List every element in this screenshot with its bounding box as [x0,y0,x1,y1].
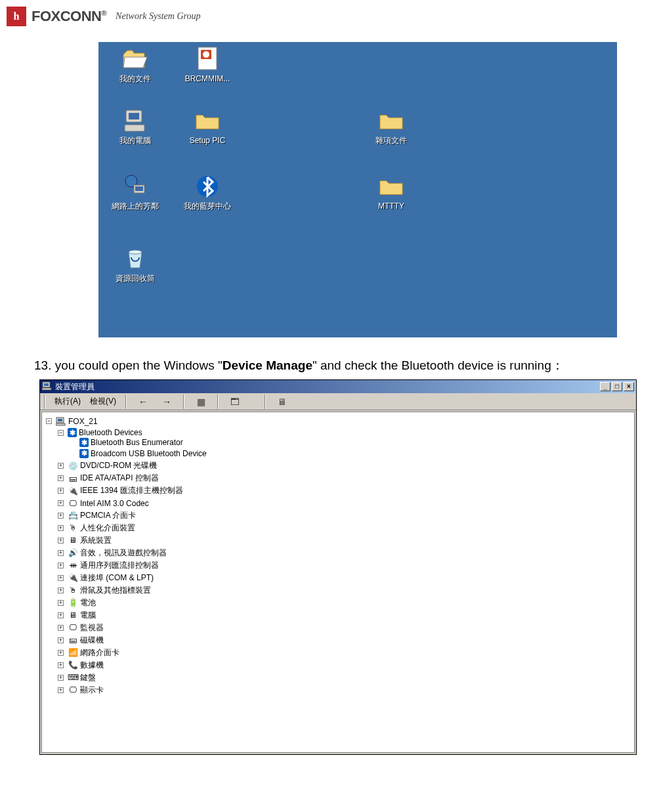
desktop-icon-network-places[interactable]: 網路上的芳鄰 [105,173,165,211]
window-titlebar[interactable]: 裝置管理員 _ □ × [40,380,636,393]
tree-bt-bus-enumerator[interactable]: ✱ Bluetooth Bus Enumerator [70,438,183,447]
folder-icon [378,173,404,200]
expand-icon[interactable]: + [58,575,64,581]
menu-view[interactable]: 檢視(V) [90,396,116,407]
tree-node-label: IEEE 1394 匯流排主機控制器 [80,485,183,496]
tree-node-label: 電腦 [80,610,96,621]
tree-sound[interactable]: +🔊音效，視訊及遊戲控制器 [58,547,167,559]
expand-icon[interactable]: + [58,650,64,656]
pcmcia-icon: 📇 [68,510,78,521]
toolbar-refresh-button[interactable]: 🗔 [228,395,242,409]
expand-icon[interactable]: + [58,500,64,506]
expand-icon[interactable]: + [58,475,64,481]
brand-subtitle: Network System Group [116,11,200,22]
collapse-icon[interactable]: − [46,418,52,424]
desktop-icon-label: 我的電腦 [105,136,165,145]
hid-icon: 🖰 [68,523,78,533]
menu-action[interactable]: 執行(A) [54,396,81,407]
tree-node-label: PCMCIA 介面卡 [80,510,136,521]
expand-icon[interactable]: + [58,563,64,568]
tree-ide[interactable]: +🖴IDE ATA/ATAPI 控制器 [58,473,159,484]
toolbar-scan-button[interactable]: 🖥 [275,395,289,409]
tree-ports[interactable]: +🔌連接埠 (COM & LPT) [58,572,154,584]
expand-icon[interactable]: + [58,600,64,606]
computer-icon [122,108,148,134]
folder-icon [378,108,404,134]
tree-hid[interactable]: +🖰人性化介面裝置 [58,523,135,534]
expand-icon[interactable]: + [58,550,64,556]
desktop-icon-label: 我的藍芽中心 [177,202,238,211]
svg-rect-4 [129,113,139,119]
tree-dvd[interactable]: +💿DVD/CD-ROM 光碟機 [58,460,157,471]
tree-mouse[interactable]: +🖱滑鼠及其他指標裝置 [58,585,151,596]
maximize-button[interactable]: □ [612,382,622,391]
minimize-button[interactable]: _ [600,382,610,391]
desktop-icon-setup-pic[interactable]: Setup PIC [177,108,238,145]
brand-header: h FOXCONN® Network System Group [7,7,654,29]
expand-icon[interactable]: + [58,463,64,469]
tree-ieee1394[interactable]: +🔌IEEE 1394 匯流排主機控制器 [58,485,183,496]
expand-icon[interactable]: + [58,662,64,668]
network-adapter-icon: 📶 [68,647,78,658]
computer-icon [56,416,66,427]
expand-icon[interactable]: + [58,588,64,593]
tree-pcmcia[interactable]: +📇PCMCIA 介面卡 [58,510,136,521]
sound-icon: 🔊 [68,547,78,558]
tree-usb[interactable]: +ᚒ通用序列匯流排控制器 [58,560,159,571]
desktop-screenshot: 我的文件 BRCMMIM... 我的電腦 Setup PIC 雜項文件 [98,42,617,337]
svg-rect-16 [56,423,65,425]
tree-bt-broadcom[interactable]: ✱ Broadcom USB Bluetooth Device [70,449,207,458]
brand-name: FOXCONN® [32,8,106,25]
disk-icon: 🖴 [68,635,78,645]
bluetooth-icon: ✱ [79,438,89,447]
tree-computer[interactable]: +🖥電腦 [58,610,96,621]
tree-node-label: Bluetooth Bus Enumerator [91,438,183,447]
desktop-icon-my-bluetooth[interactable]: 我的藍芽中心 [177,173,238,211]
desktop-icon-brcmmim[interactable]: BRCMMIM... [177,46,238,83]
desktop-icon-my-computer[interactable]: 我的電腦 [105,108,165,145]
desktop-icon-label: 雜項文件 [361,136,421,145]
expand-icon[interactable]: + [58,637,64,643]
instruction-text: 13. you could open the Windows "Device M… [34,357,654,374]
toolbar-properties-button[interactable]: ▦ [194,395,208,409]
desktop-icon-misc-files[interactable]: 雜項文件 [361,108,421,145]
display-adapter-icon: 🖵 [68,685,78,695]
tree-intel-aim[interactable]: +🖵Intel AIM 3.0 Codec [58,498,149,509]
tree-battery[interactable]: +🔋電池 [58,597,96,609]
expand-icon[interactable]: + [58,538,64,544]
desktop-icon-my-documents[interactable]: 我的文件 [105,46,165,83]
tree-node-label: 系統裝置 [80,535,112,546]
tree-keyboards[interactable]: +⌨鍵盤 [58,672,96,683]
bluetooth-icon [194,173,221,200]
tree-node-label: 數據機 [80,660,104,671]
expand-icon[interactable]: + [58,525,64,531]
desktop-icon-label: 資源回收筒 [105,274,165,283]
svg-point-10 [129,250,142,254]
tree-monitor[interactable]: +🖵監視器 [58,622,104,633]
close-button[interactable]: × [624,382,634,391]
desktop-icon-label: BRCMMIM... [177,74,238,83]
monitor-icon: 🖵 [68,622,78,633]
expand-icon[interactable]: + [58,687,64,693]
tree-display-adapters[interactable]: +🖵顯示卡 [58,685,104,696]
tree-root[interactable]: − FOX_21 [46,416,98,427]
expand-icon[interactable]: + [58,625,64,631]
tree-system-devices[interactable]: +🖥系統裝置 [58,535,112,546]
expand-icon[interactable]: + [58,612,64,618]
recycle-bin-icon [122,246,148,272]
nav-forward-button[interactable]: → [160,395,174,409]
desktop-icon-mttty[interactable]: MTTTY [361,173,421,211]
tree-node-label: 連接埠 (COM & LPT) [80,572,154,584]
collapse-icon[interactable]: − [58,430,64,436]
expand-icon[interactable]: + [58,675,64,681]
tree-modems[interactable]: +📞數據機 [58,660,104,671]
expand-icon[interactable]: + [58,513,64,519]
expand-icon[interactable]: + [58,488,64,494]
nav-back-button[interactable]: ← [136,395,150,409]
tree-network-adapters[interactable]: +📶網路介面卡 [58,647,119,658]
tree-bluetooth-devices[interactable]: − ✱ Bluetooth Devices [58,428,142,437]
keyboard-icon: ⌨ [68,672,78,683]
desktop-icon-recycle-bin[interactable]: 資源回收筒 [105,246,165,283]
bluetooth-icon: ✱ [79,449,89,458]
tree-disk-drives[interactable]: +🖴磁碟機 [58,635,104,646]
